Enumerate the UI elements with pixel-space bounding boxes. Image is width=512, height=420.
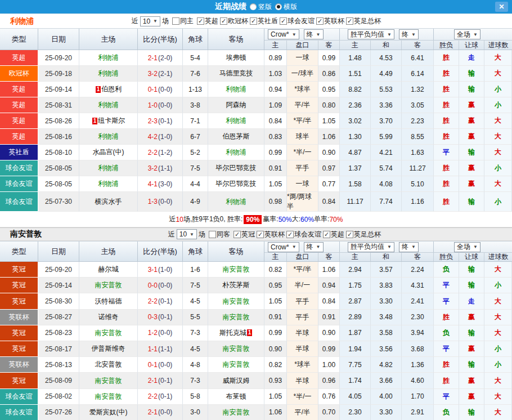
league-checkbox-checked[interactable]: ✓ — [257, 231, 264, 238]
same-venue-checkbox[interactable] — [172, 17, 179, 25]
league-filter-label[interactable]: 球会友谊 — [294, 230, 321, 239]
mean-draw-odds: 3.66 — [371, 373, 402, 388]
match-score: 2-2(0-1) — [138, 293, 183, 309]
same-venue-filter[interactable]: 同主 — [172, 16, 194, 26]
final-odds-select-2[interactable]: 终▼ — [399, 29, 419, 39]
close-icon[interactable]: ✕ — [495, 2, 508, 12]
mean-away-odds: 1.16 — [402, 192, 434, 212]
final-odds-select[interactable]: 终▼ — [304, 29, 324, 39]
mean-odds-select[interactable]: 胜平负均值▼ — [348, 242, 394, 252]
league-filter[interactable]: ✓英联杯 — [257, 230, 285, 239]
league-filter-label[interactable]: 英足总杯 — [354, 230, 381, 239]
league-checkbox-checked[interactable]: ✓ — [233, 231, 241, 238]
league-checkbox-checked[interactable]: ✓ — [220, 17, 227, 25]
handicap-line: 平手 — [287, 293, 318, 309]
league-checkbox-checked[interactable]: ✓ — [323, 231, 330, 238]
horizontal-layout-radio-label[interactable]: 横版 — [284, 2, 297, 12]
league-filter-label[interactable]: 球会友谊 — [288, 16, 315, 26]
league-filter-label[interactable]: 英超 — [331, 230, 344, 239]
scope-select[interactable]: 全场▼ — [454, 242, 480, 252]
team-bar-liverpool: 利物浦 近 10 ▼ 场 同主 ✓英超✓欧冠杯✓英社盾✓球会友谊✓英联杯✓英足总… — [0, 14, 512, 28]
result-wdl: 胜 — [434, 192, 459, 212]
chevron-down-icon: ▼ — [316, 32, 321, 37]
scope-select[interactable]: 全场▼ — [454, 29, 480, 39]
match-score: 0-1(0-0) — [138, 357, 183, 373]
result-wdl: 负 — [434, 262, 459, 278]
mean-away-odds: 1.36 — [402, 357, 434, 373]
mean-odds-select[interactable]: 胜平负均值▼ — [348, 29, 394, 39]
match-date: 25-08-05 — [38, 160, 79, 176]
league-filter-label[interactable]: 英足总杯 — [354, 16, 381, 26]
away-team: 威斯汉姆 — [208, 373, 264, 388]
result-handicap: 赢 — [459, 160, 484, 176]
mean-away-odds: 4.60 — [402, 373, 434, 388]
halftime-score: (0-0) — [158, 282, 172, 289]
league-checkbox-checked[interactable]: ✓ — [286, 231, 294, 238]
near-count-select[interactable]: 10 ▼ — [140, 16, 160, 26]
league-filter-label[interactable]: 英超 — [205, 16, 218, 26]
same-venue-label[interactable]: 同客 — [217, 230, 230, 239]
result-goals: 大 — [484, 129, 512, 145]
sub-header-goals: 进球数 — [484, 40, 512, 50]
halftime-score: (0-0) — [158, 408, 172, 416]
fulltime-score: 1-1 — [148, 345, 158, 353]
corner-count: 5-8 — [183, 389, 208, 405]
home-odds: 0.83 — [264, 129, 287, 145]
home-odds: 1.06 — [264, 405, 287, 420]
league-filter-label[interactable]: 英联杯 — [264, 230, 285, 239]
league-checkbox-checked[interactable]: ✓ — [280, 17, 287, 25]
league-filter-label[interactable]: 英社盾 — [258, 16, 278, 26]
same-venue-label[interactable]: 同主 — [180, 16, 194, 26]
same-venue-filter[interactable]: 同客 — [209, 230, 230, 239]
league-filter[interactable]: ✓英足总杯 — [346, 230, 381, 239]
league-filter-label[interactable]: 英冠 — [241, 230, 255, 239]
league-filter[interactable]: ✓英联杯 — [316, 16, 344, 26]
home-odds: 0.82 — [264, 262, 287, 278]
league-checkbox-checked[interactable]: ✓ — [346, 17, 353, 25]
odds-company-select[interactable]: Crow*▼ — [268, 242, 299, 252]
league-filter-label[interactable]: 欧冠杯 — [228, 16, 248, 26]
same-venue-checkbox[interactable] — [209, 231, 216, 238]
league-checkbox-checked[interactable]: ✓ — [250, 17, 257, 25]
league-checkbox-checked[interactable]: ✓ — [346, 231, 353, 238]
league-filter[interactable]: ✓英足总杯 — [346, 16, 381, 26]
col-header-away: 客场 — [208, 242, 264, 261]
league-filter[interactable]: ✓欧冠杯 — [220, 16, 248, 26]
league-badge: 英超 — [0, 82, 38, 97]
league-filter[interactable]: ✓球会友谊 — [280, 16, 315, 26]
league-checkbox-checked[interactable]: ✓ — [316, 17, 324, 25]
league-filter-label[interactable]: 英联杯 — [324, 16, 344, 26]
league-filter[interactable]: ✓英超 — [197, 16, 218, 26]
match-score: 2-1(0-1) — [138, 373, 183, 388]
mean-away-odds: 1.32 — [402, 82, 434, 97]
vertical-layout-radio-icon[interactable] — [250, 3, 257, 10]
col-header-corner: 角球 — [183, 242, 208, 261]
near-count-select[interactable]: 10 ▼ — [177, 229, 197, 239]
match-row: 英冠25-09-20赫尔城3-1(1-0)1-6南安普敦0.82*平/半1.06… — [0, 262, 512, 278]
final-odds-select[interactable]: 终▼ — [304, 242, 324, 252]
league-filter[interactable]: ✓英超 — [323, 230, 344, 239]
league-filter[interactable]: ✓球会友谊 — [286, 230, 321, 239]
mean-home-odds: 11.17 — [340, 192, 371, 212]
away-odds: 0.96 — [318, 373, 340, 388]
mean-home-odds: 2.94 — [340, 262, 371, 278]
away-team: 利物浦 — [208, 82, 264, 97]
final-odds-select-2[interactable]: 终▼ — [399, 242, 419, 252]
col-header-home: 主场 — [79, 29, 138, 50]
games-label: 场 — [199, 230, 205, 239]
result-goals: 大 — [484, 325, 512, 341]
horizontal-layout-radio-icon[interactable] — [275, 3, 282, 10]
match-date: 25-07-30 — [38, 192, 79, 212]
corner-count: 5-4 — [183, 50, 208, 66]
mean-draw-odds: 3.30 — [371, 405, 402, 420]
away-team: 南安普敦 — [208, 357, 264, 373]
league-filter[interactable]: ✓英冠 — [233, 230, 255, 239]
league-filter[interactable]: ✓英社盾 — [250, 16, 278, 26]
result-goals: 小 — [484, 97, 512, 113]
mean-away-odds: 1.70 — [402, 389, 434, 405]
odds-company-select[interactable]: Crow*▼ — [268, 29, 299, 39]
league-checkbox-checked[interactable]: ✓ — [197, 17, 204, 25]
chevron-down-icon: ▼ — [292, 244, 297, 249]
vertical-layout-radio-label[interactable]: 竖版 — [258, 2, 272, 12]
away-team: 南安普敦 — [208, 262, 264, 278]
